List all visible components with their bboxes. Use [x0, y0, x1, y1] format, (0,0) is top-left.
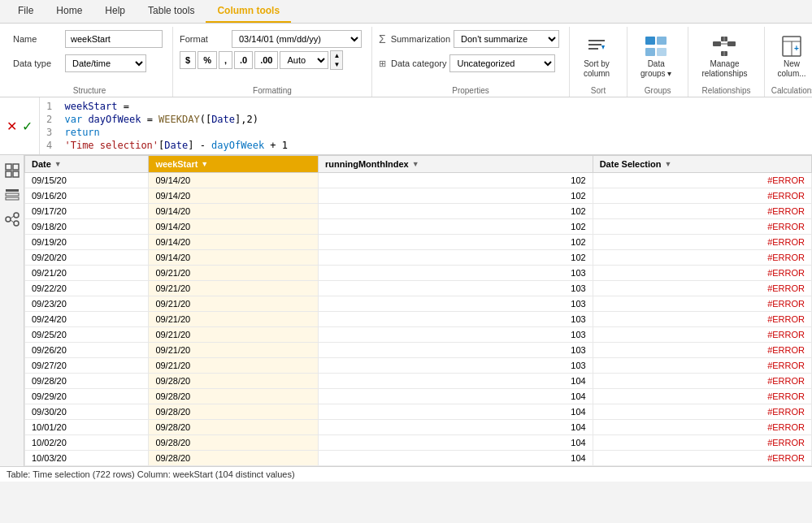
data-category-dropdown[interactable]: Uncategorized — [449, 54, 555, 72]
tab-column-tools[interactable]: Column tools — [206, 0, 291, 23]
cell-weekstart: 09/28/20 — [149, 435, 319, 451]
cell-runningmonthindex: 102 — [318, 250, 593, 266]
data-table: Date ▼ weekStart ▼ runningMonthIndex — [24, 155, 812, 466]
cell-runningmonthindex: 102 — [318, 188, 593, 204]
new-column-icon: + — [779, 33, 805, 59]
svg-rect-5 — [657, 37, 667, 45]
cell-date: 09/22/20 — [25, 281, 149, 296]
table-row: 10/02/2009/28/20104#ERROR — [25, 435, 812, 451]
cell-runningmonthindex: 103 — [318, 266, 593, 281]
cell-weekstart: 09/21/20 — [149, 343, 319, 358]
cell-runningmonthindex: 104 — [318, 404, 593, 420]
formula-line-1: 1 weekStart = — [46, 101, 288, 112]
percent-button[interactable]: % — [198, 51, 217, 69]
cell-dateselection: #ERROR — [593, 374, 811, 389]
cell-dateselection: #ERROR — [593, 266, 811, 281]
model-view-icon[interactable] — [3, 210, 21, 228]
cell-runningmonthindex: 103 — [318, 327, 593, 343]
cell-date: 10/03/20 — [25, 451, 149, 466]
ribbon-group-sort: Sort bycolumn Sort — [570, 27, 627, 97]
date-col-dropdown-arrow[interactable]: ▼ — [54, 160, 62, 168]
format-row2: $ % , .0 .00 Auto ▲ ▼ — [180, 50, 362, 70]
col-header-runningmonthindex: runningMonthIndex ▼ — [318, 156, 593, 173]
cell-runningmonthindex: 102 — [318, 219, 593, 235]
table-row: 09/26/2009/21/20103#ERROR — [25, 343, 812, 358]
report-view-icon[interactable] — [3, 162, 21, 179]
name-input[interactable] — [65, 30, 163, 48]
comma-button[interactable]: , — [219, 51, 232, 69]
svg-rect-2 — [588, 48, 598, 50]
data-type-label: Data type — [13, 58, 62, 68]
cell-weekstart: 09/28/20 — [149, 451, 319, 466]
dateselection-col-dropdown-arrow[interactable]: ▼ — [664, 160, 671, 168]
svg-point-28 — [14, 221, 19, 226]
cell-date: 09/28/20 — [25, 374, 149, 389]
decimal-remove-button[interactable]: .00 — [254, 51, 278, 69]
ribbon-group-relationships: Managerelationships Relationships — [688, 27, 764, 97]
decimal-add-button[interactable]: .0 — [234, 51, 253, 69]
tab-table-tools[interactable]: Table tools — [137, 0, 206, 23]
category-icon: ⊞ — [379, 58, 386, 69]
spinner-up[interactable]: ▲ — [331, 51, 342, 60]
manage-relationships-button[interactable]: Managerelationships — [695, 30, 753, 82]
svg-rect-9 — [727, 41, 736, 46]
weekstart-col-dropdown-arrow[interactable]: ▼ — [201, 160, 208, 168]
formula-cancel-button[interactable]: ✕ — [7, 119, 17, 134]
formula-confirm-button[interactable]: ✓ — [22, 119, 33, 134]
format-dropdown[interactable]: 03/14/01 (mm/dd/yy) — [232, 30, 362, 48]
cell-dateselection: #ERROR — [593, 343, 811, 358]
svg-rect-8 — [713, 41, 721, 46]
cell-weekstart: 09/14/20 — [149, 250, 319, 266]
status-text: Table: Time selection (722 rows) Column:… — [7, 469, 295, 479]
cell-weekstart: 09/21/20 — [149, 266, 319, 281]
cell-weekstart: 09/14/20 — [149, 204, 319, 219]
currency-button[interactable]: $ — [180, 51, 196, 69]
table-body: 09/15/2009/14/20102#ERROR09/16/2009/14/2… — [25, 173, 812, 466]
structure-group-label: Structure — [73, 86, 106, 95]
data-groups-button[interactable]: Datagroups ▾ — [634, 30, 678, 82]
formatting-group-label: Formatting — [253, 86, 292, 95]
col-header-date: Date ▼ — [25, 156, 149, 173]
runningmonthindex-col-dropdown-arrow[interactable]: ▼ — [412, 160, 419, 168]
groups-group-label: Groups — [645, 86, 671, 95]
svg-rect-22 — [13, 171, 19, 177]
summarization-dropdown[interactable]: Don't summarize Sum Average Count — [454, 30, 559, 48]
cell-dateselection: #ERROR — [593, 451, 811, 466]
table-view-icon[interactable] — [3, 186, 21, 204]
svg-rect-4 — [645, 37, 655, 45]
table-row: 09/27/2009/21/20103#ERROR — [25, 358, 812, 374]
table-row: 09/22/2009/21/20103#ERROR — [25, 281, 812, 296]
tab-help[interactable]: Help — [93, 0, 137, 23]
ribbon-group-groups: Datagroups ▾ Groups — [627, 27, 688, 97]
manage-relationships-icon — [711, 33, 737, 59]
summarization-row: Σ Summarization Don't summarize Sum Aver… — [379, 30, 559, 48]
cell-runningmonthindex: 103 — [318, 281, 593, 296]
table-row: 09/24/2009/21/20103#ERROR — [25, 312, 812, 327]
cell-dateselection: #ERROR — [593, 173, 811, 188]
tab-file[interactable]: File — [7, 0, 45, 23]
svg-rect-6 — [645, 48, 655, 56]
svg-line-30 — [11, 220, 14, 223]
cell-date: 09/17/20 — [25, 204, 149, 219]
sort-by-column-button[interactable]: Sort bycolumn — [576, 30, 617, 82]
data-type-dropdown[interactable]: Date/time Text Number Boolean — [65, 54, 146, 72]
formula-editor[interactable]: 1 weekStart = 2 var dayOfWeek = WEEKDAY(… — [40, 97, 812, 154]
col-header-dateselection: Date Selection ▼ — [593, 156, 811, 173]
svg-rect-23 — [6, 189, 19, 192]
cell-runningmonthindex: 103 — [318, 296, 593, 312]
svg-marker-3 — [601, 45, 605, 50]
cell-dateselection: #ERROR — [593, 235, 811, 250]
name-row: Name — [13, 30, 163, 48]
sort-group-label: Sort — [591, 86, 606, 95]
cell-runningmonthindex: 104 — [318, 389, 593, 404]
cell-date: 09/19/20 — [25, 235, 149, 250]
table-row: 09/19/2009/14/20102#ERROR — [25, 235, 812, 250]
auto-dropdown[interactable]: Auto — [280, 51, 328, 69]
tab-home[interactable]: Home — [45, 0, 93, 23]
cell-date: 09/16/20 — [25, 188, 149, 204]
table-row: 09/28/2009/28/20104#ERROR — [25, 374, 812, 389]
data-groups-icon — [643, 33, 669, 59]
spinner-down[interactable]: ▼ — [331, 60, 342, 69]
new-column-button[interactable]: + Newcolum... — [771, 30, 812, 82]
cell-dateselection: #ERROR — [593, 327, 811, 343]
